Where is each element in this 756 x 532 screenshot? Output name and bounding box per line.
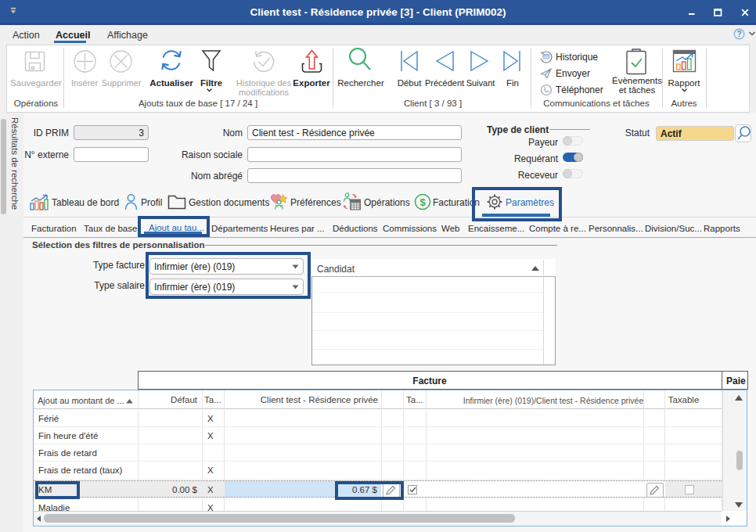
svg-text:?: ?: [736, 30, 741, 38]
svg-text:$: $: [419, 196, 426, 208]
